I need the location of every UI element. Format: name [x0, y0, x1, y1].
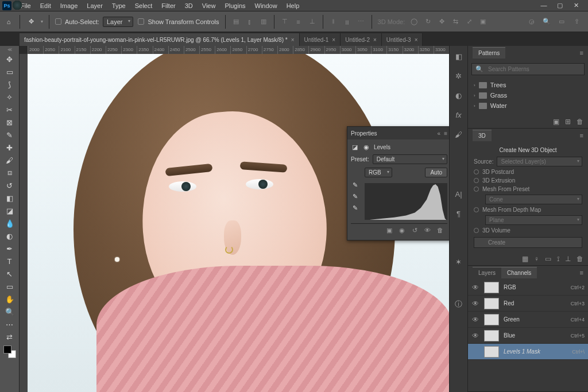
patterns-search-input[interactable] — [487, 65, 581, 73]
pen-tool-icon[interactable]: ✒ — [2, 242, 17, 255]
auto-select-checkbox[interactable] — [55, 18, 61, 25]
show-transform-group[interactable]: Show Transform Controls — [138, 18, 219, 25]
visibility-icon[interactable]: 👁 — [471, 332, 479, 340]
dodge-tool-icon[interactable]: ◐ — [2, 230, 17, 242]
preset-dropdown[interactable]: Default — [373, 154, 447, 164]
zoom-tool-icon[interactable]: 🔍 — [2, 305, 17, 318]
menu-plugins[interactable]: Plugins — [220, 1, 250, 10]
reset-icon[interactable]: ↺ — [411, 226, 419, 234]
menu-image[interactable]: Image — [56, 1, 83, 10]
ruler-vertical[interactable] — [20, 54, 28, 392]
history-brush-tool-icon[interactable]: ↺ — [2, 179, 17, 192]
depth-map-dropdown[interactable]: Plane — [485, 215, 582, 225]
dropdown-arrow-icon[interactable]: ▾ — [41, 19, 43, 24]
3d-mesh-preset-option[interactable]: Mesh From Preset — [474, 186, 582, 192]
close-icon[interactable]: ✕ — [572, 2, 580, 9]
menu-view[interactable]: View — [198, 1, 220, 10]
navigator-panel-icon[interactable]: ✲ — [452, 69, 466, 83]
3d-camera-icon[interactable]: ▣ — [478, 17, 488, 26]
panel-menu-icon[interactable]: ≡ — [580, 269, 583, 276]
menu-3d[interactable]: 3D — [180, 1, 198, 10]
move-tool-icon[interactable]: ✥ — [2, 53, 17, 65]
brushes-panel-icon[interactable]: 🖌 — [452, 127, 466, 141]
histogram[interactable] — [365, 183, 447, 220]
new-pattern-icon[interactable]: ⊞ — [565, 118, 571, 126]
channels-tab[interactable]: Channels — [501, 267, 537, 278]
align-center-h-icon[interactable]: ⫿ — [245, 17, 254, 26]
channel-row[interactable]: 👁RedCtrl+3 — [468, 296, 588, 312]
channel-row[interactable]: 👁RGBCtrl+2 — [468, 280, 588, 296]
maximize-icon[interactable]: ▢ — [556, 2, 564, 9]
color-swatch[interactable] — [3, 346, 16, 358]
3d-camera-icon[interactable]: ⟟ — [557, 255, 559, 263]
patterns-tab[interactable]: Patterns — [473, 47, 505, 59]
patterns-folder[interactable]: ›Trees — [471, 80, 585, 90]
type-tool-icon[interactable]: T — [2, 255, 17, 267]
create-3d-button[interactable]: Create — [474, 237, 582, 248]
hand-tool-icon[interactable]: ✋ — [2, 293, 17, 305]
document-tab[interactable]: Untitled-1 × — [300, 33, 341, 46]
align-bottom-icon[interactable]: ⊥ — [308, 17, 317, 26]
clone-stamp-tool-icon[interactable]: ⧈ — [2, 166, 17, 179]
3d-source-dropdown[interactable]: Selected Layer(s) — [497, 157, 582, 166]
collapse-tools-icon[interactable]: ≪ — [0, 46, 19, 53]
move-tool-icon[interactable]: ✥ — [26, 17, 36, 27]
channel-row[interactable]: 👁BlueCtrl+5 — [468, 328, 588, 344]
ruler-horizontal[interactable]: 2000205021002150220022502300235024002450… — [28, 46, 449, 54]
3d-depth-map-option[interactable]: Mesh From Depth Map — [474, 207, 582, 213]
3d-render-icon[interactable]: ▦ — [522, 255, 528, 263]
color-panel-icon[interactable]: ◧ — [452, 49, 466, 63]
black-point-eyedropper-icon[interactable]: ✎ — [351, 181, 359, 189]
menu-type[interactable]: Type — [107, 1, 130, 10]
info-panel-icon[interactable]: ⓘ — [452, 297, 466, 311]
tab-close-icon[interactable]: × — [373, 37, 377, 43]
eraser-tool-icon[interactable]: ◧ — [2, 192, 17, 204]
patterns-folder[interactable]: ›Grass — [471, 90, 585, 100]
collapse-panel-icon[interactable]: « — [438, 130, 441, 137]
clip-to-layer-icon[interactable]: ▣ — [385, 226, 393, 234]
trash-icon[interactable]: 🗑 — [577, 255, 583, 263]
menu-filter[interactable]: Filter — [157, 1, 180, 10]
menu-layer[interactable]: Layer — [82, 1, 107, 10]
share-icon[interactable]: ⇪ — [572, 17, 581, 26]
3d-volume-option[interactable]: 3D Volume — [474, 227, 582, 234]
patterns-search[interactable]: 🔍 — [471, 63, 585, 75]
3d-extrusion-option[interactable]: 3D Extrusion — [474, 177, 582, 184]
frame-tool-icon[interactable]: ⊠ — [2, 116, 17, 129]
align-right-icon[interactable]: ▥ — [259, 17, 268, 26]
channel-row[interactable]: Levels 1 MaskCtrl+\ — [468, 344, 588, 360]
gradient-tool-icon[interactable]: ◪ — [2, 204, 17, 217]
align-middle-icon[interactable]: ≡ — [294, 17, 303, 26]
tab-close-icon[interactable]: × — [415, 37, 418, 43]
3d-light-icon[interactable]: ♀ — [534, 255, 539, 263]
visibility-icon[interactable]: 👁 — [423, 226, 431, 234]
paragraph-panel-icon[interactable]: ¶ — [452, 207, 466, 220]
3d-new-icon[interactable]: ⊥ — [565, 255, 571, 263]
minimize-icon[interactable]: — — [540, 2, 548, 9]
3d-tab[interactable]: 3D — [473, 130, 492, 141]
panel-menu-icon[interactable]: ≡ — [580, 132, 583, 139]
document-tab[interactable]: Untitled-2 × — [341, 33, 382, 46]
3d-orbit-icon[interactable]: ◯ — [409, 17, 419, 26]
tab-close-icon[interactable]: × — [332, 37, 335, 43]
visibility-icon[interactable]: 👁 — [471, 284, 479, 292]
menu-help[interactable]: Help — [282, 1, 304, 10]
marquee-tool-icon[interactable]: ▭ — [2, 65, 17, 78]
visibility-icon[interactable]: 👁 — [471, 300, 479, 308]
gray-point-eyedropper-icon[interactable]: ✎ — [351, 192, 359, 200]
channel-dropdown[interactable]: RGB — [365, 168, 392, 177]
brush-tool-icon[interactable]: 🖌 — [2, 154, 17, 166]
distribute-v-icon[interactable]: ⫼ — [343, 17, 352, 26]
document-tab-active[interactable]: fashion-beauty-portrait-of-young-woman-i… — [20, 33, 300, 46]
shape-tool-icon[interactable]: ▭ — [2, 280, 17, 293]
new-group-icon[interactable]: ▣ — [553, 118, 559, 126]
channel-row[interactable]: 👁GreenCtrl+4 — [468, 312, 588, 328]
properties-header[interactable]: Properties « ≡ — [347, 127, 449, 139]
lasso-tool-icon[interactable]: ⟆ — [2, 78, 17, 91]
align-left-icon[interactable]: ▤ — [231, 17, 241, 26]
cloud-docs-icon[interactable]: ◶ — [527, 17, 536, 26]
workspace-icon[interactable]: ▭ — [557, 17, 566, 26]
visibility-icon[interactable]: 👁 — [471, 316, 479, 324]
3d-zoom-icon[interactable]: ⤢ — [465, 17, 474, 26]
path-select-tool-icon[interactable]: ↖ — [2, 267, 17, 280]
